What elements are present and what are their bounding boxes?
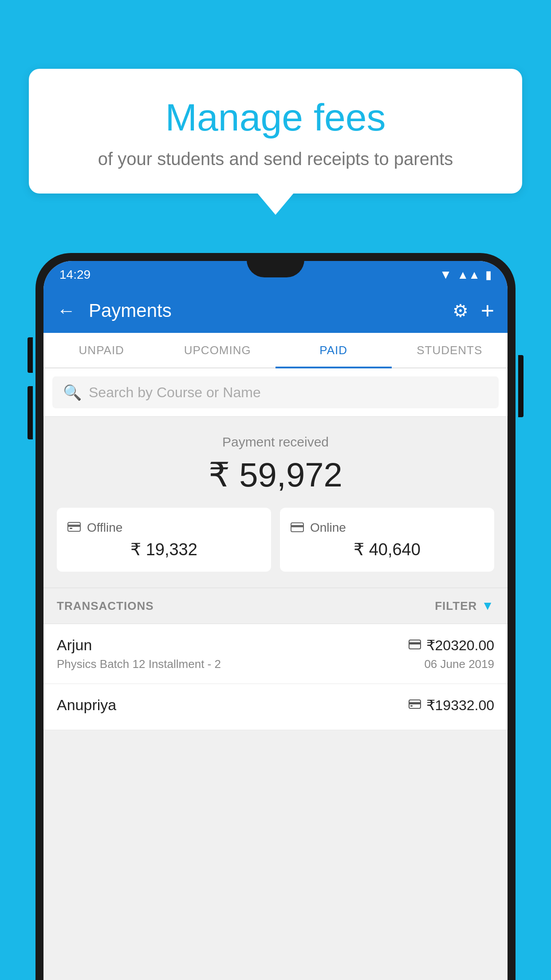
payment-cards: Offline ₹ 19,332 Online (57, 508, 494, 572)
filter-icon: ▼ (481, 599, 494, 613)
speech-bubble: Manage fees of your students and send re… (29, 69, 522, 194)
phone-frame: 14:29 ▼ ▲▲ ▮ ← Payments ⚙ + UNPAID (35, 253, 516, 980)
app-bar-actions: ⚙ + (453, 297, 494, 324)
payment-label: Payment received (57, 435, 494, 450)
transaction-offline-icon (409, 698, 421, 712)
online-label: Online (310, 521, 346, 535)
svg-rect-6 (409, 642, 421, 644)
tabs-bar: UNPAID UPCOMING PAID STUDENTS (43, 333, 508, 368)
svg-rect-8 (409, 702, 421, 704)
tab-paid[interactable]: PAID (276, 333, 392, 368)
online-icon (291, 520, 304, 535)
tab-unpaid[interactable]: UNPAID (43, 333, 160, 368)
svg-rect-9 (410, 705, 413, 707)
search-placeholder: Search by Course or Name (89, 384, 261, 401)
transaction-name: Anupriya (57, 696, 116, 714)
offline-card: Offline ₹ 19,332 (57, 508, 271, 572)
search-icon: 🔍 (63, 383, 82, 401)
phone-notch (247, 253, 304, 277)
filter-label: FILTER (435, 599, 477, 613)
transaction-amount-wrap: ₹20320.00 (409, 637, 494, 654)
svg-rect-2 (70, 528, 72, 529)
transactions-label: TRANSACTIONS (57, 599, 154, 613)
transaction-amount: ₹20320.00 (426, 637, 494, 654)
app-bar: ← Payments ⚙ + (43, 288, 508, 333)
signal-icon: ▲▲ (457, 268, 480, 282)
online-card-header: Online (291, 520, 484, 535)
tab-upcoming[interactable]: UPCOMING (160, 333, 276, 368)
payment-amount: ₹ 59,972 (57, 455, 494, 494)
payment-summary: Payment received ₹ 59,972 Offline (43, 417, 508, 588)
transaction-amount-wrap: ₹19332.00 (409, 697, 494, 714)
bubble-heading: Manage fees (51, 95, 500, 139)
transaction-name: Arjun (57, 636, 92, 654)
phone-screen: 14:29 ▼ ▲▲ ▮ ← Payments ⚙ + UNPAID (43, 261, 508, 980)
svg-rect-1 (68, 525, 80, 527)
status-time: 14:29 (59, 268, 91, 282)
search-bar[interactable]: 🔍 Search by Course or Name (52, 376, 499, 408)
app-title: Payments (89, 300, 444, 321)
transaction-online-icon (409, 638, 421, 652)
transaction-row[interactable]: Arjun ₹20320.00 Physics Batch 12 Install… (43, 624, 508, 684)
transaction-course: Physics Batch 12 Installment - 2 (57, 657, 221, 671)
offline-amount: ₹ 19,332 (67, 540, 260, 559)
transaction-row-top: Arjun ₹20320.00 (57, 636, 494, 654)
bubble-subtext: of your students and send receipts to pa… (51, 149, 500, 169)
volume-button (28, 337, 33, 373)
offline-card-header: Offline (67, 520, 260, 535)
volume-button-down (28, 386, 33, 439)
search-container: 🔍 Search by Course or Name (43, 368, 508, 417)
offline-icon (67, 520, 81, 535)
transactions-header: TRANSACTIONS FILTER ▼ (43, 588, 508, 624)
transaction-row-bottom: Physics Batch 12 Installment - 2 06 June… (57, 657, 494, 671)
transaction-amount: ₹19332.00 (426, 697, 494, 714)
transaction-row-top: Anupriya ₹19332.00 (57, 696, 494, 714)
filter-button[interactable]: FILTER ▼ (435, 599, 494, 613)
svg-rect-4 (291, 525, 303, 527)
wifi-icon: ▼ (440, 268, 452, 282)
transaction-date: 06 June 2019 (424, 657, 494, 671)
settings-button[interactable]: ⚙ (453, 300, 468, 321)
battery-icon: ▮ (485, 268, 492, 282)
online-amount: ₹ 40,640 (291, 540, 484, 559)
add-button[interactable]: + (481, 297, 494, 324)
online-card: Online ₹ 40,640 (280, 508, 494, 572)
offline-label: Offline (87, 521, 122, 535)
status-icons: ▼ ▲▲ ▮ (440, 268, 492, 282)
tab-students[interactable]: STUDENTS (392, 333, 508, 368)
transaction-row[interactable]: Anupriya ₹19332.00 (43, 684, 508, 730)
power-button (518, 355, 523, 417)
back-button[interactable]: ← (57, 300, 75, 321)
